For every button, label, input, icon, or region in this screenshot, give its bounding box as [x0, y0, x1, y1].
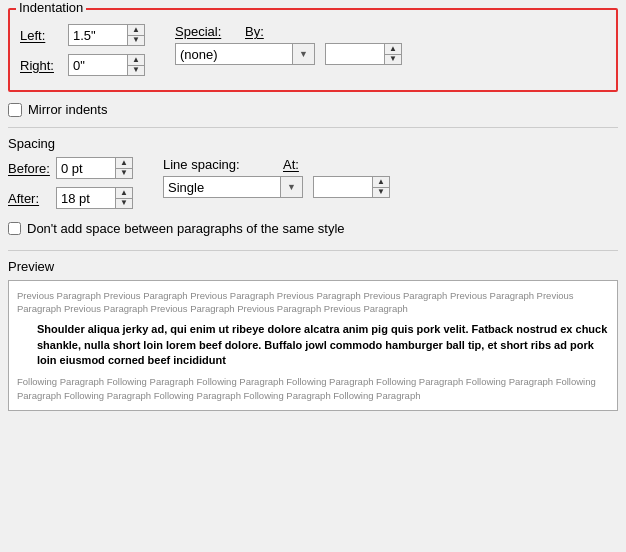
at-increment[interactable]: ▲	[373, 177, 389, 187]
line-spacing-labels-row: Line spacing: At:	[163, 157, 390, 172]
indentation-section: Indentation Left: ▲ ▼	[8, 8, 618, 92]
preview-main-paragraph: Shoulder aliqua jerky ad, qui enim ut ri…	[37, 322, 609, 370]
line-spacing-label: Line spacing:	[163, 157, 273, 172]
by-decrement[interactable]: ▼	[385, 54, 401, 65]
left-decrement[interactable]: ▼	[128, 35, 144, 46]
special-label: Special:	[175, 24, 235, 39]
by-input[interactable]	[326, 44, 384, 64]
mirror-indents-row: Mirror indents	[8, 102, 618, 117]
mirror-indents-checkbox[interactable]	[8, 103, 22, 117]
spacing-section: Spacing Before: ▲ ▼ After:	[8, 136, 618, 236]
left-spinner[interactable]: ▲ ▼	[68, 24, 145, 46]
before-input[interactable]	[57, 158, 115, 178]
by-spinner[interactable]: ▲ ▼	[325, 43, 402, 65]
before-row: Before: ▲ ▼	[8, 157, 133, 179]
before-label: Before:	[8, 161, 56, 176]
preview-section: Preview Previous Paragraph Previous Para…	[8, 259, 618, 411]
left-increment[interactable]: ▲	[128, 25, 144, 35]
preview-box: Previous Paragraph Previous Paragraph Pr…	[8, 280, 618, 411]
line-spacing-fields: Line spacing: At: Single 1.5 lines Doubl…	[163, 157, 390, 202]
line-spacing-dropdown[interactable]: Single 1.5 lines Double At least Exactly…	[163, 176, 303, 198]
right-increment[interactable]: ▲	[128, 55, 144, 65]
left-label: Left:	[20, 28, 68, 43]
at-spinner[interactable]: ▲ ▼	[313, 176, 390, 198]
line-spacing-controls: Single 1.5 lines Double At least Exactly…	[163, 176, 390, 198]
right-decrement[interactable]: ▼	[128, 65, 144, 76]
dont-add-row: Don't add space between paragraphs of th…	[8, 221, 618, 236]
divider-2	[8, 250, 618, 251]
paragraph-dialog: Indentation Left: ▲ ▼	[8, 8, 618, 411]
before-increment[interactable]: ▲	[116, 158, 132, 168]
special-by-fields: Special: By: (none) First line Hanging ▼	[175, 24, 402, 69]
left-input[interactable]	[69, 25, 127, 45]
after-spinner[interactable]: ▲ ▼	[56, 187, 133, 209]
right-input[interactable]	[69, 55, 127, 75]
preview-following-paragraph: Following Paragraph Following Paragraph …	[17, 375, 609, 402]
dont-add-label[interactable]: Don't add space between paragraphs of th…	[27, 221, 345, 236]
by-label: By:	[245, 24, 275, 39]
right-field-row: Right: ▲ ▼	[20, 54, 145, 76]
right-spinner[interactable]: ▲ ▼	[68, 54, 145, 76]
left-field-row: Left: ▲ ▼	[20, 24, 145, 46]
special-select[interactable]: (none) First line Hanging	[176, 44, 292, 64]
indentation-label: Indentation	[16, 0, 86, 15]
at-input[interactable]	[314, 177, 372, 197]
spacing-label: Spacing	[8, 136, 618, 151]
after-label: After:	[8, 191, 56, 206]
special-dropdown-arrow: ▼	[292, 44, 314, 64]
before-decrement[interactable]: ▼	[116, 168, 132, 179]
after-decrement[interactable]: ▼	[116, 198, 132, 209]
right-label: Right:	[20, 58, 68, 73]
special-by-controls: (none) First line Hanging ▼ ▲ ▼	[175, 43, 402, 65]
after-row: After: ▲ ▼	[8, 187, 133, 209]
special-row: Special: By:	[175, 24, 402, 39]
divider-1	[8, 127, 618, 128]
line-spacing-select[interactable]: Single 1.5 lines Double At least Exactly…	[164, 177, 280, 197]
by-increment[interactable]: ▲	[385, 44, 401, 54]
after-increment[interactable]: ▲	[116, 188, 132, 198]
after-input[interactable]	[57, 188, 115, 208]
special-dropdown[interactable]: (none) First line Hanging ▼	[175, 43, 315, 65]
preview-previous-paragraph: Previous Paragraph Previous Paragraph Pr…	[17, 289, 609, 316]
spacing-fields-grid: Before: ▲ ▼ After: ▲	[8, 157, 618, 213]
dont-add-checkbox[interactable]	[8, 222, 21, 235]
at-decrement[interactable]: ▼	[373, 187, 389, 198]
line-spacing-arrow: ▼	[280, 177, 302, 197]
before-spinner[interactable]: ▲ ▼	[56, 157, 133, 179]
at-label: At:	[283, 157, 313, 172]
preview-label: Preview	[8, 259, 618, 274]
mirror-indents-label[interactable]: Mirror indents	[28, 102, 107, 117]
